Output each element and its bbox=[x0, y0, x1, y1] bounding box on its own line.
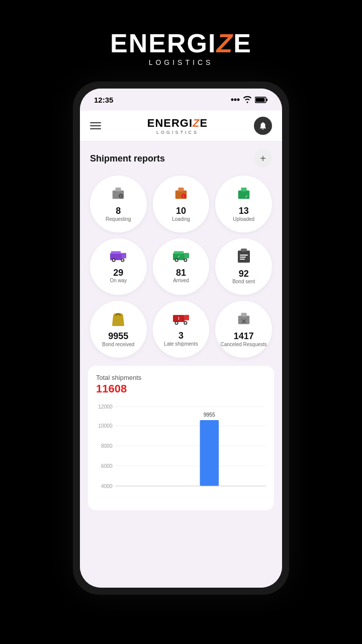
requesting-count: 8 bbox=[116, 206, 121, 216]
svg-text:4000: 4000 bbox=[101, 483, 113, 489]
loading-icon: ! bbox=[173, 186, 189, 204]
bondsent-icon bbox=[237, 249, 251, 267]
svg-point-0 bbox=[231, 99, 234, 101]
hamburger-line bbox=[90, 122, 101, 123]
app-content: Shipment reports + ! bbox=[80, 141, 282, 588]
svg-text:8000: 8000 bbox=[101, 443, 113, 449]
svg-text:✓: ✓ bbox=[245, 194, 248, 199]
truck-arrived-icon: ✓ bbox=[173, 250, 189, 263]
phone-screen: 12:35 bbox=[80, 89, 282, 588]
canceled-label: Canceled Resquests bbox=[221, 342, 267, 348]
chart-title: Total shipments bbox=[96, 374, 266, 381]
svg-text:!: ! bbox=[184, 195, 185, 198]
svg-point-2 bbox=[237, 99, 240, 101]
app-logo-sub: LOGISTICS bbox=[156, 130, 199, 135]
section-title-row: Shipment reports + bbox=[90, 149, 272, 168]
svg-rect-62 bbox=[200, 420, 219, 486]
box-canceled-icon bbox=[236, 311, 251, 326]
svg-text:12000: 12000 bbox=[98, 404, 113, 410]
menu-button[interactable] bbox=[90, 122, 101, 129]
svg-rect-36 bbox=[240, 257, 246, 258]
svg-text:!: ! bbox=[121, 195, 122, 198]
box-uploaded-icon: ✓ bbox=[236, 186, 251, 201]
svg-point-1 bbox=[234, 99, 237, 101]
bondreceived-icon bbox=[111, 311, 125, 330]
arrived-count: 81 bbox=[176, 268, 186, 278]
hamburger-line bbox=[90, 128, 101, 129]
bondreceived-count: 9955 bbox=[108, 332, 128, 342]
reports-section: Shipment reports + ! bbox=[80, 141, 282, 366]
svg-marker-19 bbox=[122, 253, 126, 258]
svg-rect-46 bbox=[241, 313, 246, 317]
brand-logo: ENERGIZE bbox=[110, 30, 252, 56]
stat-card-canceled[interactable]: 1417 Canceled Resquests bbox=[215, 301, 272, 358]
truck-late-icon: ! bbox=[173, 311, 189, 326]
stat-card-requesting[interactable]: ! 8 Requesting bbox=[90, 176, 147, 232]
section-title: Shipment reports bbox=[90, 153, 165, 164]
stats-grid: ! 8 Requesting ! bbox=[90, 176, 272, 358]
truck-onway-icon bbox=[110, 250, 126, 263]
requesting-icon: ! bbox=[111, 186, 126, 204]
bondreceived-label: Bond received bbox=[102, 342, 134, 348]
requesting-label: Requesting bbox=[106, 216, 131, 222]
stat-card-bondreceived[interactable]: 9955 Bond received bbox=[90, 301, 147, 358]
loading-label: Loading bbox=[172, 216, 190, 222]
chart-svg: 12000 10000 8000 6000 4000 9955 bbox=[96, 401, 266, 502]
app-header: ENERGIZE LOGISTICS bbox=[80, 111, 282, 141]
svg-text:6000: 6000 bbox=[101, 463, 113, 469]
brand-header: ENERGIZE LOGISTICS bbox=[110, 30, 252, 66]
canceled-icon bbox=[236, 311, 251, 330]
app-logo-accent: Z bbox=[193, 117, 200, 129]
box-loading-icon: ! bbox=[173, 186, 189, 201]
brand-sub: LOGISTICS bbox=[149, 58, 214, 66]
stat-card-loading[interactable]: ! 10 Loading bbox=[153, 176, 210, 232]
notification-button[interactable] bbox=[254, 117, 272, 135]
bondsent-label: Bond sent bbox=[232, 279, 255, 285]
svg-rect-20 bbox=[111, 251, 121, 254]
app-logo: ENERGIZE bbox=[147, 117, 208, 130]
svg-point-43 bbox=[185, 322, 187, 324]
chart-area: 12000 10000 8000 6000 4000 9955 bbox=[96, 401, 266, 502]
uploaded-count: 13 bbox=[239, 206, 249, 216]
svg-rect-4 bbox=[266, 99, 268, 101]
svg-text:9955: 9955 bbox=[204, 412, 215, 418]
onway-label: On way bbox=[110, 278, 127, 284]
svg-rect-34 bbox=[241, 249, 247, 252]
stat-card-lateshipments[interactable]: ! 3 Late shipments bbox=[153, 301, 210, 358]
clipboard-icon bbox=[237, 249, 251, 264]
arrived-icon: ✓ bbox=[173, 250, 189, 266]
svg-text:10000: 10000 bbox=[98, 423, 113, 429]
svg-rect-27 bbox=[174, 251, 184, 254]
stat-card-uploaded[interactable]: ✓ 13 Uploaded bbox=[215, 176, 272, 232]
svg-rect-7 bbox=[116, 188, 121, 192]
svg-rect-5 bbox=[256, 98, 265, 102]
svg-marker-26 bbox=[185, 253, 189, 258]
uploaded-label: Uploaded bbox=[233, 216, 254, 222]
svg-rect-45 bbox=[238, 316, 249, 325]
bondsent-count: 92 bbox=[239, 269, 249, 279]
stat-card-arrived[interactable]: ✓ 81 Arrived bbox=[153, 238, 210, 295]
bag-icon bbox=[111, 311, 125, 326]
stat-card-bondsent[interactable]: 92 Bond sent bbox=[215, 238, 272, 295]
svg-rect-15 bbox=[241, 188, 246, 192]
svg-rect-11 bbox=[178, 188, 184, 192]
svg-point-31 bbox=[185, 259, 187, 261]
stat-card-onway[interactable]: 29 On way bbox=[90, 238, 147, 295]
chart-value: 11608 bbox=[96, 382, 266, 395]
lateshipments-label: Late shipments bbox=[164, 341, 198, 347]
svg-text:✓: ✓ bbox=[177, 254, 180, 258]
svg-rect-18 bbox=[110, 253, 122, 260]
hamburger-line bbox=[90, 125, 101, 126]
status-time: 12:35 bbox=[94, 96, 113, 104]
svg-rect-37 bbox=[240, 259, 245, 260]
canceled-count: 1417 bbox=[234, 332, 254, 342]
svg-point-29 bbox=[175, 259, 177, 261]
wifi-icon bbox=[243, 96, 252, 103]
add-button[interactable]: + bbox=[254, 149, 272, 168]
box-icon: ! bbox=[111, 186, 126, 201]
svg-point-24 bbox=[122, 259, 124, 261]
uploaded-icon: ✓ bbox=[236, 186, 251, 204]
signal-icon bbox=[231, 98, 240, 102]
onway-icon bbox=[110, 250, 126, 266]
svg-point-22 bbox=[113, 259, 115, 261]
